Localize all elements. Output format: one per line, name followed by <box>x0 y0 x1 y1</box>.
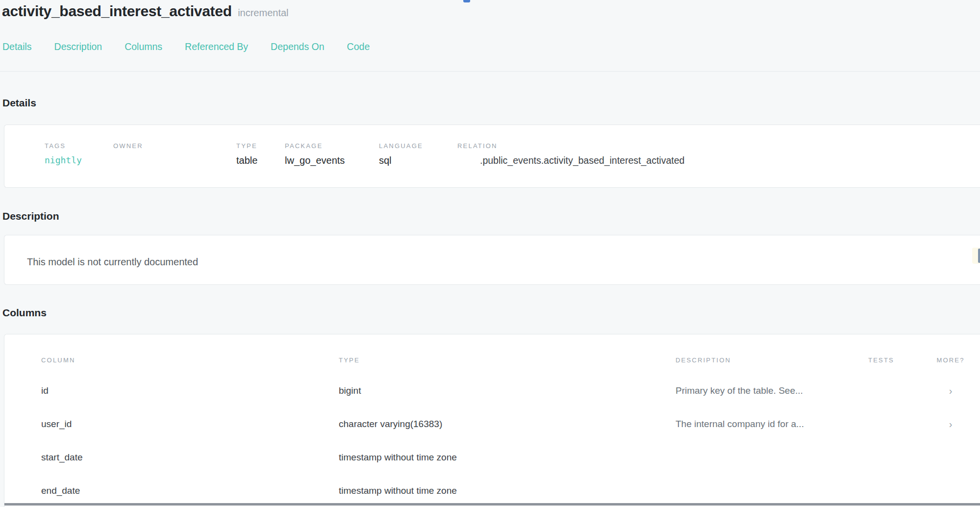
section-nav: Details Description Columns Referenced B… <box>0 41 980 52</box>
header-tests: TESTS <box>868 356 929 364</box>
owner-label: OWNER <box>113 142 236 150</box>
cutoff-edge-widget <box>972 248 980 264</box>
column-name[interactable]: end_date <box>41 485 339 496</box>
column-name[interactable]: user_id <box>41 419 339 430</box>
header-more: MORE? <box>929 356 973 364</box>
header-type: TYPE <box>339 356 676 364</box>
columns-card: COLUMN TYPE DESCRIPTION TESTS MORE? id b… <box>4 334 980 507</box>
details-card: TAGS nightly OWNER TYPE table PACKAGE lw… <box>4 125 980 188</box>
field-package: PACKAGE lw_go_events <box>285 142 379 166</box>
language-label: LANGUAGE <box>379 142 457 150</box>
materialization-badge: incremental <box>238 7 288 19</box>
column-type: timestamp without time zone <box>339 485 676 496</box>
description-card: This model is not currently documented <box>4 235 980 285</box>
nav-link-columns[interactable]: Columns <box>125 41 162 52</box>
expand-chevron-icon[interactable]: › <box>929 419 973 430</box>
details-heading: Details <box>0 97 980 109</box>
column-description: Primary key of the table. See... <box>676 385 868 396</box>
relation-value: .public_events.activity_based_interest_a… <box>457 155 980 166</box>
nav-link-depends-on[interactable]: Depends On <box>271 41 325 52</box>
details-fields: TAGS nightly OWNER TYPE table PACKAGE lw… <box>45 142 980 166</box>
table-row[interactable]: id bigint Primary key of the table. See.… <box>41 374 980 407</box>
nav-divider <box>0 71 980 72</box>
expand-chevron-icon[interactable]: › <box>929 385 973 397</box>
header-description: DESCRIPTION <box>676 356 868 364</box>
column-description: The internal company id for a... <box>676 419 868 430</box>
language-value: sql <box>379 155 457 166</box>
columns-table-header: COLUMN TYPE DESCRIPTION TESTS MORE? <box>41 356 980 374</box>
tags-value[interactable]: nightly <box>45 155 113 165</box>
columns-table: COLUMN TYPE DESCRIPTION TESTS MORE? id b… <box>41 356 980 507</box>
field-relation: RELATION .public_events.activity_based_i… <box>457 142 980 166</box>
type-value: table <box>236 155 285 166</box>
columns-heading: Columns <box>0 307 980 319</box>
field-type: TYPE table <box>236 142 285 166</box>
package-label: PACKAGE <box>285 142 379 150</box>
column-type: timestamp without time zone <box>339 452 676 463</box>
viewport-bottom-edge <box>4 503 980 506</box>
nav-link-description[interactable]: Description <box>54 41 102 52</box>
nav-link-referenced-by[interactable]: Referenced By <box>185 41 248 52</box>
column-name[interactable]: id <box>41 385 339 396</box>
table-row[interactable]: start_date timestamp without time zone <box>41 441 980 474</box>
description-heading: Description <box>0 210 980 222</box>
tags-label: TAGS <box>45 142 113 150</box>
nav-link-code[interactable]: Code <box>347 41 370 52</box>
header-column: COLUMN <box>41 356 339 364</box>
cutoff-edge-bar <box>978 249 980 263</box>
table-row[interactable]: end_date timestamp without time zone <box>41 474 980 507</box>
page-header: activity_based_interest_activated increm… <box>0 0 980 20</box>
model-docs-page: activity_based_interest_activated increm… <box>0 0 980 507</box>
nav-link-details[interactable]: Details <box>2 41 32 52</box>
table-row[interactable]: user_id character varying(16383) The int… <box>41 407 980 441</box>
column-type: bigint <box>339 385 676 396</box>
description-text: This model is not currently documented <box>27 256 980 268</box>
type-label: TYPE <box>236 142 285 150</box>
page-title: activity_based_interest_activated <box>2 3 232 20</box>
package-value: lw_go_events <box>285 155 379 166</box>
column-type: character varying(16383) <box>339 419 676 430</box>
column-name[interactable]: start_date <box>41 452 339 463</box>
field-language: LANGUAGE sql <box>379 142 457 166</box>
cutoff-link-fragment <box>463 0 470 2</box>
field-owner: OWNER <box>113 142 236 166</box>
relation-label: RELATION <box>457 142 980 150</box>
field-tags: TAGS nightly <box>45 142 113 166</box>
